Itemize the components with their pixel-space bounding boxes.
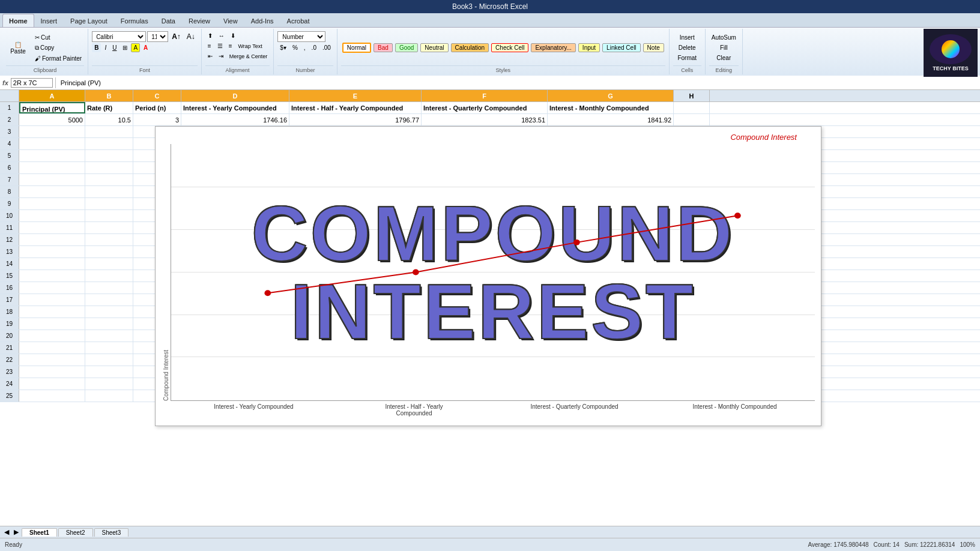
chart-container[interactable]: Compound Interest Compound Interest COMP… (155, 126, 821, 426)
col-header-h[interactable]: H (674, 90, 710, 101)
col-header-f[interactable]: F (422, 90, 548, 101)
border-button[interactable]: ⊞ (120, 43, 130, 52)
cell-a7[interactable] (19, 174, 85, 185)
sheet-tab-nav-left[interactable]: ◀ (2, 528, 11, 536)
cell-b12[interactable] (85, 234, 133, 245)
bold-button[interactable]: B (92, 43, 101, 52)
comma-button[interactable]: , (301, 43, 308, 52)
cell-b10[interactable] (85, 210, 133, 221)
col-header-b[interactable]: B (85, 90, 133, 101)
style-normal[interactable]: Normal (342, 43, 371, 53)
cell-b19[interactable] (85, 318, 133, 330)
cell-e2[interactable]: 1796.77 (289, 114, 422, 125)
col-header-e[interactable]: E (289, 90, 422, 101)
tab-home[interactable]: Home (2, 14, 34, 27)
cell-a15[interactable] (19, 270, 85, 282)
font-color-button[interactable]: A (141, 43, 150, 52)
style-check-cell[interactable]: Check Cell (491, 43, 528, 52)
cell-c2[interactable]: 3 (133, 114, 181, 125)
cell-b1[interactable]: Rate (R) (85, 102, 133, 113)
increase-font-button[interactable]: A↑ (169, 31, 183, 42)
cell-a25[interactable] (19, 390, 85, 402)
col-header-d[interactable]: D (181, 90, 289, 101)
delete-button[interactable]: Delete (676, 43, 698, 52)
wrap-text-button[interactable]: Wrap Text (236, 41, 265, 50)
cell-b22[interactable] (85, 354, 133, 366)
cell-a8[interactable] (19, 186, 85, 197)
tab-formulas[interactable]: Formulas (114, 14, 155, 27)
cell-b20[interactable] (85, 330, 133, 342)
cell-a20[interactable] (19, 330, 85, 342)
tab-insert[interactable]: Insert (34, 14, 64, 27)
cell-a13[interactable] (19, 246, 85, 257)
cell-a24[interactable] (19, 378, 85, 390)
cell-f1[interactable]: Interest - Quarterly Compounded (422, 102, 548, 113)
cell-a2[interactable]: 5000 (19, 114, 85, 125)
cell-a9[interactable] (19, 198, 85, 209)
cell-b25[interactable] (85, 390, 133, 402)
cell-b21[interactable] (85, 342, 133, 354)
tab-view[interactable]: View (217, 14, 244, 27)
cell-g2[interactable]: 1841.92 (548, 114, 674, 125)
cell-a5[interactable] (19, 150, 85, 161)
cell-b3[interactable] (85, 126, 133, 137)
style-linked-cell[interactable]: Linked Cell (602, 43, 640, 52)
fill-button[interactable]: Fill (718, 43, 730, 52)
italic-button[interactable]: I (102, 43, 109, 52)
format-painter-button[interactable]: 🖌 Format Painter (32, 54, 84, 63)
col-header-c[interactable]: C (133, 90, 181, 101)
merge-center-button[interactable]: Merge & Center (227, 52, 270, 61)
number-format-select[interactable]: Number (277, 31, 325, 42)
cell-ref-input[interactable] (11, 78, 53, 88)
decrease-font-button[interactable]: A↓ (184, 31, 198, 42)
increase-decimal-button[interactable]: .0 (309, 43, 319, 52)
cell-b9[interactable] (85, 198, 133, 209)
cell-b15[interactable] (85, 270, 133, 282)
sheet-tab-1[interactable]: Sheet1 (22, 528, 57, 537)
align-top-button[interactable]: ⬆ (205, 31, 215, 40)
align-right-button[interactable]: ≡ (226, 41, 235, 50)
tab-page-layout[interactable]: Page Layout (64, 14, 114, 27)
cell-d2[interactable]: 1746.16 (181, 114, 289, 125)
cell-b18[interactable] (85, 306, 133, 318)
align-middle-button[interactable]: ↔ (216, 31, 227, 40)
cell-c1[interactable]: Period (n) (133, 102, 181, 113)
percent-button[interactable]: % (290, 43, 300, 52)
cell-a23[interactable] (19, 366, 85, 378)
style-note[interactable]: Note (643, 43, 664, 52)
cell-b7[interactable] (85, 174, 133, 185)
font-size-select[interactable]: 11 (147, 31, 168, 42)
sheet-tab-nav-right[interactable]: ▶ (12, 528, 20, 536)
increase-indent-button[interactable]: ⇥ (216, 52, 226, 61)
cell-h2[interactable] (674, 114, 710, 125)
cell-a6[interactable] (19, 162, 85, 173)
style-input[interactable]: Input (578, 43, 600, 52)
paste-button[interactable]: 📋 Paste (6, 40, 30, 56)
formula-input[interactable] (58, 79, 978, 87)
tab-add-ins[interactable]: Add-Ins (244, 14, 280, 27)
style-explanatory[interactable]: Explanatory... (531, 43, 575, 52)
tab-data[interactable]: Data (155, 14, 182, 27)
fill-color-button[interactable]: A (131, 43, 140, 52)
cell-a11[interactable] (19, 222, 85, 233)
cell-a21[interactable] (19, 342, 85, 354)
cell-b8[interactable] (85, 186, 133, 197)
col-header-a[interactable]: A (19, 90, 85, 101)
copy-button[interactable]: ⧉ Copy (32, 43, 84, 53)
format-button[interactable]: Format (675, 53, 699, 62)
sheet-tab-2[interactable]: Sheet2 (58, 528, 93, 537)
align-left-button[interactable]: ≡ (205, 41, 214, 50)
style-good[interactable]: Good (395, 43, 418, 52)
tab-review[interactable]: Review (182, 14, 217, 27)
cell-a16[interactable] (19, 282, 85, 294)
cell-b11[interactable] (85, 222, 133, 233)
cell-b24[interactable] (85, 378, 133, 390)
sheet-tab-3[interactable]: Sheet3 (94, 528, 129, 537)
decrease-decimal-button[interactable]: .00 (320, 43, 333, 52)
cell-b6[interactable] (85, 162, 133, 173)
col-header-g[interactable]: G (548, 90, 674, 101)
cell-b23[interactable] (85, 366, 133, 378)
cut-button[interactable]: ✂ Cut (32, 33, 84, 42)
align-center-button[interactable]: ☰ (215, 41, 225, 50)
cell-b4[interactable] (85, 138, 133, 149)
